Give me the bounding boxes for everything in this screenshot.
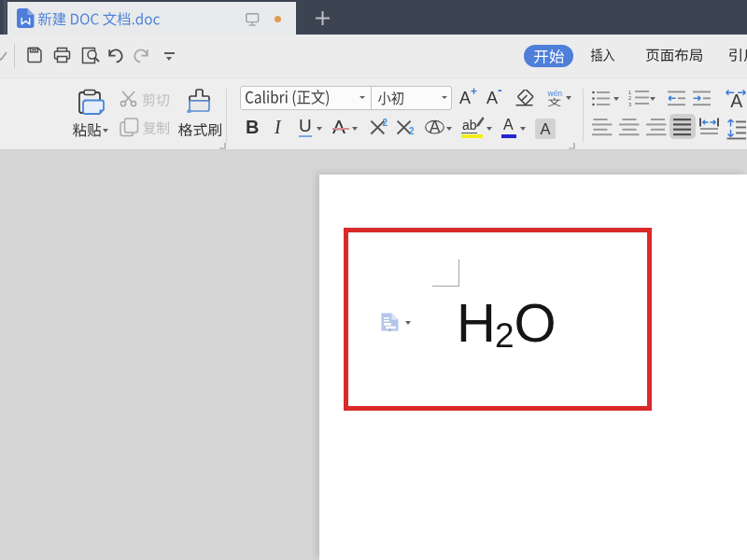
svg-text:3: 3 bbox=[628, 102, 631, 107]
svg-text:1: 1 bbox=[628, 90, 631, 95]
svg-text:2: 2 bbox=[628, 95, 631, 101]
